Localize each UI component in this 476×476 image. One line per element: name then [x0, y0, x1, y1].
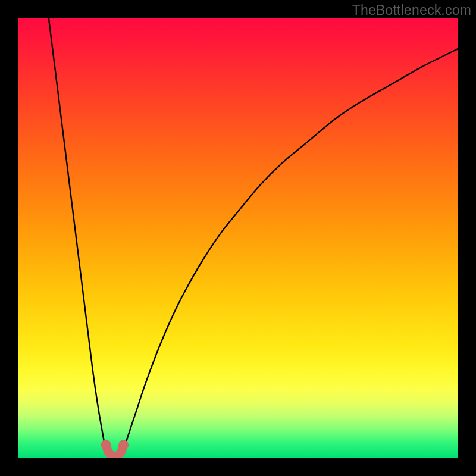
chart-svg — [18, 18, 458, 458]
plot-area — [18, 18, 458, 458]
watermark-text: TheBottleneck.com — [352, 2, 471, 18]
chart-frame: TheBottleneck.com — [0, 0, 476, 476]
svg-point-0 — [101, 440, 111, 450]
svg-point-1 — [118, 440, 129, 450]
